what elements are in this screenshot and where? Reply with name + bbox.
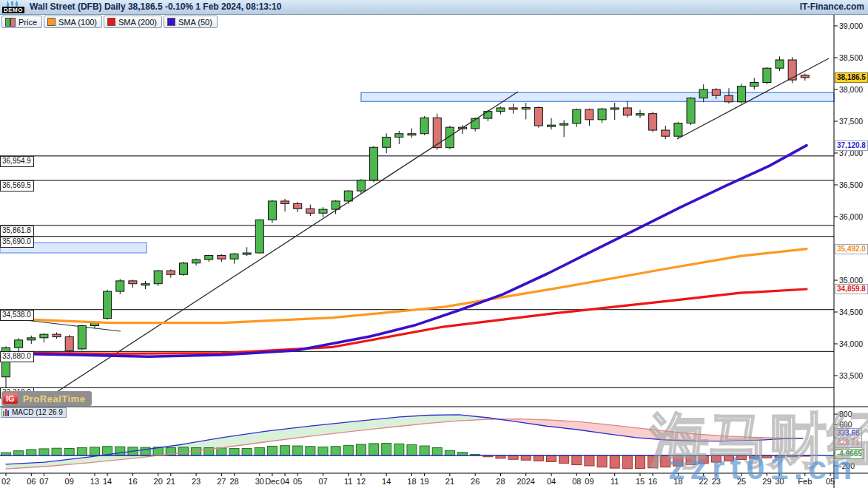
candle [383,138,391,148]
macd-indicator-label[interactable]: MACD (12 26 9 [1,407,67,418]
macd-histogram-bar [229,449,239,455]
candle [522,108,530,109]
candle [534,108,542,126]
legend-tab-sma-100-[interactable]: SMA (100) [44,16,102,28]
legend-color-chip [167,18,175,26]
legend-label: Price [18,18,37,27]
candle [712,89,720,95]
candle [268,201,276,220]
candle [104,291,112,319]
candle [154,271,162,284]
candle [395,134,403,138]
macd-label-text: MACD (12 26 9 [12,408,63,416]
candle [776,60,784,68]
candle [649,114,657,130]
macd-histogram-bar [432,448,442,455]
macd-histogram-bar [318,447,328,455]
candle [585,109,593,120]
macd-histogram-bar [356,444,366,455]
macd-histogram-bar [737,455,747,460]
macd-histogram-bar [293,446,303,455]
macd-histogram-bar [597,455,607,467]
macd-histogram-bar [610,455,619,468]
legend-color-chip [47,18,55,26]
candle [370,147,378,180]
macd-histogram-bar [420,446,429,455]
candle [763,68,771,82]
candle [15,340,23,348]
legend-tab-sma-200-[interactable]: SMA (200) [104,16,162,28]
macd-histogram-bar [39,449,49,455]
macd-histogram-bar [572,455,582,465]
title-bar: Wall Street (DFB) Daily 38,186.5 -0.10% … [0,0,868,15]
candle [319,209,327,213]
candle [801,75,809,78]
macd-histogram-bar [217,448,226,455]
candle [205,255,213,260]
candle [243,253,251,254]
candle [40,334,48,338]
legend-tab-sma-50-[interactable]: SMA (50) [164,16,218,28]
macd-histogram-bar [711,455,721,462]
macd-histogram-bar [64,449,74,455]
candle [573,109,581,123]
prorealtime-logo[interactable]: IG ProRealTime [1,391,92,406]
macd-shade [499,419,797,441]
candle [408,134,416,135]
candle [484,112,492,118]
chart-canvas[interactable] [0,0,868,488]
candles-group [2,56,810,388]
candle [497,108,505,112]
macd-histogram-bar [585,455,594,466]
candle [357,180,365,192]
candle [662,130,670,136]
candle [166,271,175,274]
candle [294,203,302,209]
macd-histogram-bar [14,451,24,455]
macd-histogram-bar [27,450,36,455]
provider-label: IT-Finance.com [800,1,864,12]
macd-histogram-bar [673,455,683,466]
macd-histogram-bar [559,455,569,463]
macd-histogram-bar [508,455,518,459]
candle [687,98,695,123]
legend-tab-price[interactable]: Price [1,16,42,28]
candle [560,123,568,125]
candle [623,108,631,115]
macd-histogram-bar [242,449,252,455]
macd-histogram-bar [77,448,87,455]
macd-histogram-bar [90,447,99,455]
macd-histogram-bar [255,448,264,455]
demo-badge: DEMO [2,7,24,13]
candle [509,108,517,109]
indicator-icon [3,409,10,416]
legend-color-chip [5,18,16,27]
macd-histogram-bar [343,445,353,455]
macd-histogram-bar [369,444,379,455]
zone-rect [0,243,147,253]
candle [141,284,149,285]
candle [788,60,796,80]
candle [116,281,124,291]
candle [27,338,36,340]
candle [750,83,758,87]
macd-histogram-bar [394,444,404,455]
macd-histogram-bar [636,455,645,468]
ig-logo: IG [3,393,18,404]
macd-histogram-bar [534,455,543,461]
prorealtime-label: ProRealTime [23,393,86,404]
macd-shade [6,415,499,469]
macd-histogram-bar [661,455,670,467]
legend-bar: PriceSMA (100)SMA (200)SMA (50) [1,16,219,28]
trading-chart-window: Wall Street (DFB) Daily 38,186.5 -0.10% … [0,0,868,488]
macd-histogram-bar [267,446,277,455]
candle [192,260,201,263]
candle [548,125,556,126]
macd-histogram-bar [547,455,556,461]
candle [218,255,226,259]
zone-rect [361,92,834,101]
candle [420,118,428,134]
macd-histogram-bar [331,447,340,455]
macd-histogram-bar [686,455,696,465]
candle [344,191,352,201]
